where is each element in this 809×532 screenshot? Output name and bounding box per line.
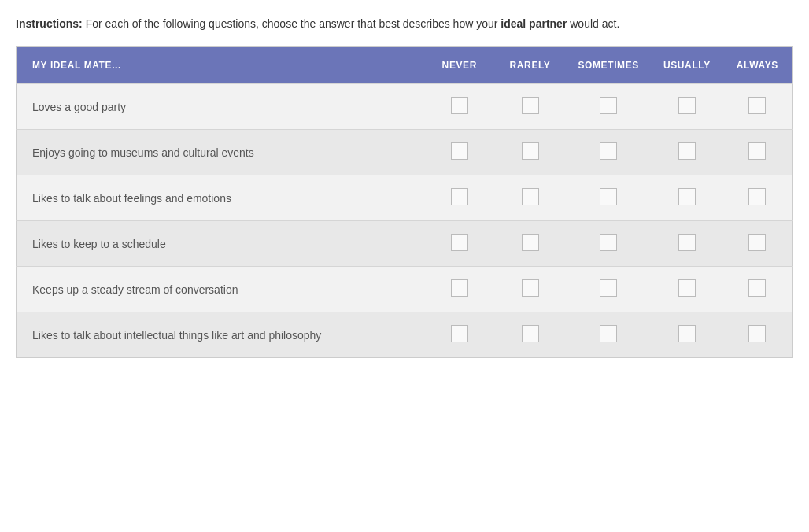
table-header-row: MY IDEAL MATE... NEVER RARELY SOMETIMES … <box>17 47 793 84</box>
table-row: Likes to keep to a schedule <box>17 221 793 267</box>
checkbox-rarely-1[interactable] <box>522 97 539 114</box>
checkbox-sometimes-6[interactable] <box>600 325 617 342</box>
cell-usually-5 <box>652 267 722 312</box>
row-label-1: Loves a good party <box>17 84 424 130</box>
cell-always-2 <box>722 130 793 175</box>
checkbox-usually-2[interactable] <box>678 142 696 160</box>
row-label-3: Likes to talk about feelings and emotion… <box>17 175 424 221</box>
header-sometimes: SOMETIMES <box>565 47 652 84</box>
table-row: Likes to talk about intellectual things … <box>17 312 793 358</box>
checkbox-never-4[interactable] <box>451 234 468 251</box>
row-label-2: Enjoys going to museums and cultural eve… <box>17 130 424 175</box>
cell-usually-1 <box>652 84 722 130</box>
table-row: Loves a good party <box>17 84 793 130</box>
header-rarely: RARELY <box>495 47 566 84</box>
checkbox-rarely-5[interactable] <box>522 279 539 297</box>
cell-usually-3 <box>652 175 722 221</box>
checkbox-always-5[interactable] <box>748 279 766 297</box>
cell-sometimes-1 <box>565 84 652 130</box>
cell-rarely-6 <box>495 312 566 358</box>
checkbox-always-6[interactable] <box>748 325 766 342</box>
cell-rarely-2 <box>495 130 566 175</box>
checkbox-usually-6[interactable] <box>678 325 696 342</box>
checkbox-usually-3[interactable] <box>678 188 696 205</box>
checkbox-always-4[interactable] <box>748 234 766 251</box>
instructions-suffix: would act. <box>567 17 619 30</box>
checkbox-rarely-2[interactable] <box>522 142 539 160</box>
cell-usually-6 <box>652 312 722 358</box>
checkbox-never-6[interactable] <box>451 325 468 342</box>
cell-sometimes-4 <box>565 221 652 267</box>
checkbox-sometimes-4[interactable] <box>600 234 617 251</box>
cell-sometimes-6 <box>565 312 652 358</box>
checkbox-always-3[interactable] <box>748 188 766 205</box>
cell-always-4 <box>722 221 793 267</box>
checkbox-sometimes-5[interactable] <box>600 279 617 297</box>
instructions-label: Instructions: <box>16 17 83 30</box>
cell-sometimes-5 <box>565 267 652 312</box>
checkbox-never-2[interactable] <box>451 142 468 160</box>
cell-always-6 <box>722 312 793 358</box>
checkbox-rarely-3[interactable] <box>522 188 539 205</box>
instructions-emphasis: ideal partner <box>501 17 567 30</box>
checkbox-usually-5[interactable] <box>678 279 696 297</box>
checkbox-usually-4[interactable] <box>678 234 696 251</box>
cell-never-6 <box>424 312 495 358</box>
cell-rarely-5 <box>495 267 566 312</box>
table-row: Likes to talk about feelings and emotion… <box>17 175 793 221</box>
row-label-6: Likes to talk about intellectual things … <box>17 312 424 358</box>
cell-never-1 <box>424 84 495 130</box>
row-label-5: Keeps up a steady stream of conversation <box>17 267 424 312</box>
cell-never-2 <box>424 130 495 175</box>
table-row: Keeps up a steady stream of conversation <box>17 267 793 312</box>
cell-sometimes-3 <box>565 175 652 221</box>
header-mate: MY IDEAL MATE... <box>17 47 424 84</box>
instructions-body: For each of the following questions, cho… <box>83 17 501 30</box>
cell-always-3 <box>722 175 793 221</box>
header-usually: USUALLY <box>652 47 722 84</box>
checkbox-sometimes-1[interactable] <box>600 97 617 114</box>
cell-always-1 <box>722 84 793 130</box>
header-never: NEVER <box>424 47 495 84</box>
cell-sometimes-2 <box>565 130 652 175</box>
checkbox-never-5[interactable] <box>451 279 468 297</box>
table-row: Enjoys going to museums and cultural eve… <box>17 130 793 175</box>
cell-never-5 <box>424 267 495 312</box>
checkbox-never-3[interactable] <box>451 188 468 205</box>
cell-usually-2 <box>652 130 722 175</box>
row-label-4: Likes to keep to a schedule <box>17 221 424 267</box>
checkbox-never-1[interactable] <box>451 97 468 114</box>
checkbox-rarely-4[interactable] <box>522 234 539 251</box>
checkbox-usually-1[interactable] <box>678 97 696 114</box>
cell-rarely-1 <box>495 84 566 130</box>
cell-rarely-4 <box>495 221 566 267</box>
cell-usually-4 <box>652 221 722 267</box>
cell-rarely-3 <box>495 175 566 221</box>
checkbox-sometimes-3[interactable] <box>600 188 617 205</box>
instructions-text: Instructions: For each of the following … <box>16 16 793 32</box>
cell-never-3 <box>424 175 495 221</box>
checkbox-always-2[interactable] <box>748 142 766 160</box>
cell-always-5 <box>722 267 793 312</box>
header-always: ALWAYS <box>722 47 793 84</box>
checkbox-rarely-6[interactable] <box>522 325 539 342</box>
cell-never-4 <box>424 221 495 267</box>
checkbox-always-1[interactable] <box>748 97 766 114</box>
checkbox-sometimes-2[interactable] <box>600 142 617 160</box>
survey-table: MY IDEAL MATE... NEVER RARELY SOMETIMES … <box>16 46 793 358</box>
